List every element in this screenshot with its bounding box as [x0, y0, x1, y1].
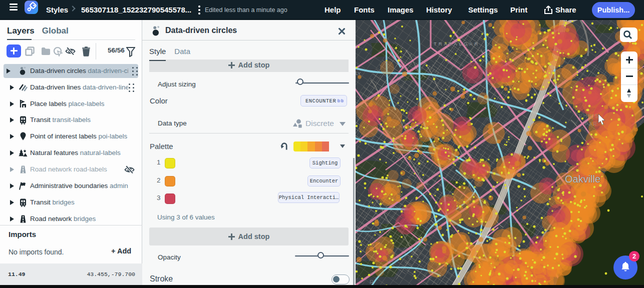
svg-text:TRAFALGAR: TRAFALGAR	[434, 41, 480, 46]
svg-text:LY: LY	[356, 71, 361, 76]
svg-text:EHNIS: EHNIS	[579, 114, 599, 119]
svg-text:Oakville: Oakville	[565, 174, 600, 184]
svg-text:PAR: PAR	[585, 122, 598, 127]
svg-text:R: R	[370, 279, 375, 285]
